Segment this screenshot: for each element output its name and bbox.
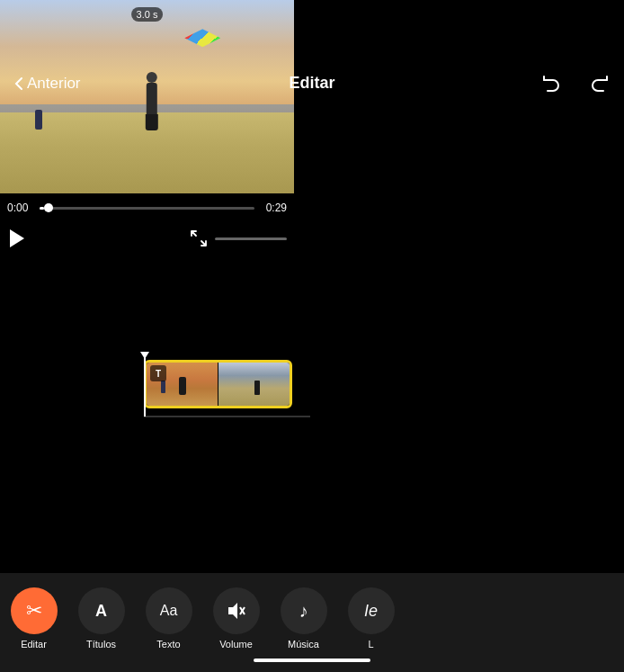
toolbar-item-musica[interactable]: ♪ Música <box>270 584 337 653</box>
music-icon: ♪ <box>281 587 327 634</box>
svg-marker-4 <box>228 603 237 619</box>
controls-row <box>0 222 294 255</box>
clip-scene-right <box>218 363 290 406</box>
toolbar-item-editar[interactable]: ✂ Editar <box>0 584 67 653</box>
play-button[interactable] <box>7 228 25 248</box>
progress-row: 0:00 0:29 <box>0 193 294 222</box>
redo-button[interactable] <box>588 71 610 93</box>
timeline-clip: T <box>144 360 292 408</box>
toolbar-items: ✂ Editar A Títulos Aa Texto Volume ♪ Mús… <box>0 573 624 653</box>
playhead <box>144 355 146 417</box>
home-indicator <box>254 659 370 662</box>
toolbar-label-titulos: Títulos <box>86 639 116 650</box>
text-icon: Aa <box>146 587 192 634</box>
toolbar-item-le[interactable]: Ie L <box>337 584 405 653</box>
toolbar-item-volume[interactable]: Volume <box>202 584 270 653</box>
progress-dot <box>44 203 53 212</box>
progress-track[interactable] <box>40 207 254 210</box>
undo-button[interactable] <box>541 71 563 93</box>
scissors-icon: ✂ <box>11 587 58 634</box>
volume-icon <box>213 587 260 634</box>
title-badge: T <box>150 365 166 381</box>
toolbar-label-volume: Volume <box>219 639 253 650</box>
page-title: Editar <box>289 74 334 93</box>
back-label: Anterior <box>27 75 81 93</box>
svg-marker-3 <box>10 229 24 247</box>
titles-icon: A <box>78 587 125 634</box>
timeline-scroll <box>144 416 310 417</box>
back-button[interactable]: Anterior <box>14 75 81 93</box>
volume-slider[interactable] <box>215 237 287 240</box>
toolbar-item-texto[interactable]: Aa Texto <box>135 584 202 653</box>
header: Anterior Editar <box>0 0 624 103</box>
toolbar-label-le: L <box>368 639 373 650</box>
header-actions <box>541 71 610 93</box>
bottom-toolbar: ✂ Editar A Títulos Aa Texto Volume ♪ Mús… <box>0 573 624 672</box>
time-start: 0:00 <box>7 202 34 214</box>
toolbar-label-musica: Música <box>288 639 319 650</box>
toolbar-label-editar: Editar <box>21 639 47 650</box>
timeline-area: T <box>0 351 624 441</box>
fullscreen-button[interactable] <box>190 229 208 247</box>
time-end: 0:29 <box>260 202 287 214</box>
toolbar-item-titulos[interactable]: A Títulos <box>67 584 135 653</box>
person-small <box>35 110 42 130</box>
toolbar-label-texto: Texto <box>156 639 180 650</box>
timeline-track[interactable]: T <box>144 360 292 412</box>
clip-thumb-2 <box>218 363 290 406</box>
le-icon: Ie <box>348 587 395 634</box>
